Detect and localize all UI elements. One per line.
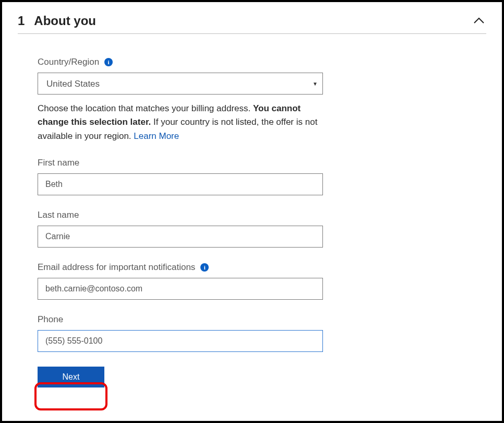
email-input[interactable] — [38, 278, 323, 300]
step-number: 1 — [18, 14, 25, 28]
email-label: Email address for important notification… — [38, 262, 195, 273]
last-name-label: Last name — [38, 210, 79, 220]
country-label-row: Country/Region i — [38, 57, 328, 67]
country-select[interactable]: United States — [38, 73, 323, 95]
phone-input[interactable] — [38, 330, 323, 352]
info-icon: i — [104, 58, 113, 66]
country-helper-text: Choose the location that matches your bi… — [38, 102, 322, 143]
email-info[interactable]: i — [200, 263, 209, 272]
about-you-form: Country/Region i United States ▼ Choose … — [18, 57, 328, 387]
info-icon: i — [200, 263, 209, 272]
phone-label: Phone — [38, 314, 63, 325]
collapse-toggle[interactable] — [472, 14, 486, 28]
next-button[interactable]: Next — [38, 367, 104, 387]
country-label: Country/Region — [38, 57, 99, 67]
chevron-up-icon — [474, 17, 484, 24]
section-title: About you — [34, 14, 472, 28]
last-name-input[interactable] — [38, 226, 323, 248]
section-header: 1 About you — [18, 14, 486, 34]
learn-more-link[interactable]: Learn More — [134, 131, 179, 141]
first-name-input[interactable] — [38, 173, 323, 195]
first-name-label: First name — [38, 158, 79, 168]
country-info[interactable]: i — [104, 58, 113, 66]
